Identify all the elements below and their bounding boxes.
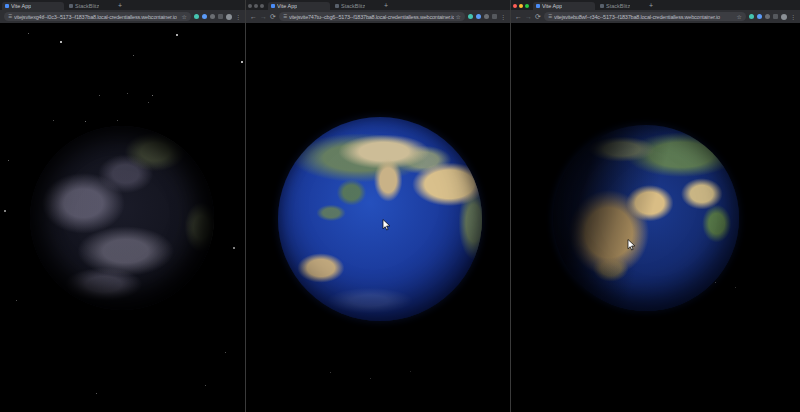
profile-avatar[interactable]	[781, 14, 787, 20]
webgl-viewport[interactable]	[511, 23, 800, 412]
star-dot	[99, 95, 100, 96]
forward-icon[interactable]: →	[525, 12, 532, 21]
site-settings-icon[interactable]: ☰	[283, 14, 287, 19]
bookmark-star-icon[interactable]: ☆	[737, 13, 742, 20]
stackblitz-favicon-icon	[600, 4, 604, 8]
vite-favicon-icon	[536, 4, 540, 8]
address-bar[interactable]: ☰ vitejsvitebu8wf--r34c--5173--f1837ba8.…	[544, 12, 746, 21]
star-dot	[85, 121, 86, 122]
earth-globe-night[interactable]	[30, 126, 214, 310]
extension-icon-gray[interactable]	[484, 14, 489, 19]
reload-icon[interactable]: ⟳	[535, 12, 541, 21]
star-dot	[735, 287, 736, 288]
star-dot	[96, 393, 97, 394]
tab-vite-app[interactable]: Vite App	[268, 2, 330, 10]
star-dot	[410, 371, 411, 372]
star-dot	[8, 160, 9, 161]
tab-stackblitz[interactable]: StackBlitz	[597, 2, 645, 10]
star-dot	[60, 41, 62, 43]
url-text: vitejsvitexg4tf--l0c3--5173--f1837ba8.lo…	[14, 14, 180, 20]
desktop: Vite App StackBlitz + ☰ vitejsvitexg4tf-…	[0, 0, 800, 412]
extension-icon-blue[interactable]	[202, 14, 207, 19]
toolbar: ← → ⟳ ☰ vitejsvite747tu--cbg6--5173--f18…	[246, 10, 510, 23]
browser-window-right: Vite App StackBlitz + ← → ⟳ ☰ vitejsvite…	[510, 0, 800, 412]
tab-title: Vite App	[542, 3, 562, 9]
extensions-puzzle-icon[interactable]	[218, 14, 223, 19]
star-dot	[133, 55, 134, 56]
url-text: vitejsvitebu8wf--r34c--5173--f1837ba8.lo…	[554, 14, 735, 20]
address-bar[interactable]: ☰ vitejsvite747tu--cbg6--5173--f1837ba8.…	[279, 12, 465, 21]
webgl-viewport[interactable]	[0, 23, 245, 412]
webgl-viewport[interactable]	[246, 23, 510, 412]
extensions-puzzle-icon[interactable]	[773, 14, 778, 19]
back-icon[interactable]: ←	[515, 12, 522, 21]
tab-strip: Vite App StackBlitz +	[511, 0, 800, 10]
browser-window-left: Vite App StackBlitz + ☰ vitejsvitexg4tf-…	[0, 0, 245, 412]
tab-strip: Vite App StackBlitz +	[246, 0, 510, 10]
close-window-icon[interactable]	[248, 4, 252, 8]
window-controls[interactable]	[513, 4, 529, 8]
toolbar: ← → ⟳ ☰ vitejsvitebu8wf--r34c--5173--f18…	[511, 10, 800, 23]
extension-icon-teal[interactable]	[194, 14, 199, 19]
star-dot	[16, 300, 17, 301]
window-controls[interactable]	[248, 4, 264, 8]
mouse-cursor-icon	[382, 219, 391, 231]
extension-icon-teal[interactable]	[468, 14, 473, 19]
extension-icon-blue[interactable]	[757, 14, 762, 19]
tab-stackblitz[interactable]: StackBlitz	[66, 2, 114, 10]
extensions-puzzle-icon[interactable]	[492, 14, 497, 19]
mouse-cursor-icon	[627, 239, 636, 251]
star-dot	[117, 120, 118, 121]
tab-vite-app[interactable]: Vite App	[2, 2, 64, 10]
star-dot	[148, 102, 149, 103]
browser-menu-icon[interactable]: ⋮	[790, 13, 796, 20]
browser-window-middle: Vite App StackBlitz + ← → ⟳ ☰ vitejsvite…	[245, 0, 510, 412]
back-icon[interactable]: ←	[250, 12, 257, 21]
star-dot	[330, 372, 331, 373]
new-tab-button[interactable]: +	[116, 2, 124, 9]
extension-icon-blue[interactable]	[476, 14, 481, 19]
new-tab-button[interactable]: +	[647, 2, 655, 9]
new-tab-button[interactable]: +	[382, 2, 390, 9]
url-text: vitejsvite747tu--cbg6--5173--f1837ba8.lo…	[289, 14, 454, 20]
forward-icon[interactable]: →	[260, 12, 267, 21]
extension-icon-gray[interactable]	[210, 14, 215, 19]
tab-stackblitz[interactable]: StackBlitz	[332, 2, 380, 10]
browser-menu-icon[interactable]: ⋮	[235, 13, 241, 20]
reload-icon[interactable]: ⟳	[270, 12, 276, 21]
star-dot	[152, 95, 153, 96]
extension-icon-gray[interactable]	[765, 14, 770, 19]
zoom-window-icon[interactable]	[260, 4, 264, 8]
tab-vite-app[interactable]: Vite App	[533, 2, 595, 10]
browser-menu-icon[interactable]: ⋮	[500, 13, 506, 20]
star-dot	[715, 282, 716, 283]
minimize-window-icon[interactable]	[254, 4, 258, 8]
tab-title: Vite App	[277, 3, 297, 9]
star-dot	[4, 210, 6, 212]
star-dot	[241, 61, 243, 63]
star-dot	[176, 34, 178, 36]
site-settings-icon[interactable]: ☰	[548, 14, 552, 19]
profile-avatar[interactable]	[226, 14, 232, 20]
bookmark-star-icon[interactable]: ☆	[182, 13, 187, 20]
zoom-window-icon[interactable]	[525, 4, 529, 8]
minimize-window-icon[interactable]	[519, 4, 523, 8]
tab-title: StackBlitz	[75, 3, 99, 9]
star-dot	[225, 352, 226, 353]
close-window-icon[interactable]	[513, 4, 517, 8]
tab-title: StackBlitz	[606, 3, 630, 9]
tab-title: StackBlitz	[341, 3, 365, 9]
stackblitz-favicon-icon	[335, 4, 339, 8]
star-dot	[53, 120, 54, 121]
star-dot	[127, 93, 128, 94]
toolbar: ☰ vitejsvitexg4tf--l0c3--5173--f1837ba8.…	[0, 10, 245, 23]
extension-icon-teal[interactable]	[749, 14, 754, 19]
earth-globe-africa[interactable]	[553, 125, 739, 311]
address-bar[interactable]: ☰ vitejsvitexg4tf--l0c3--5173--f1837ba8.…	[4, 12, 191, 21]
site-settings-icon[interactable]: ☰	[8, 14, 12, 19]
bookmark-star-icon[interactable]: ☆	[456, 13, 461, 20]
star-dot	[205, 385, 206, 386]
stackblitz-favicon-icon	[69, 4, 73, 8]
tab-title: Vite App	[11, 3, 31, 9]
earth-globe-asia[interactable]	[278, 117, 482, 321]
